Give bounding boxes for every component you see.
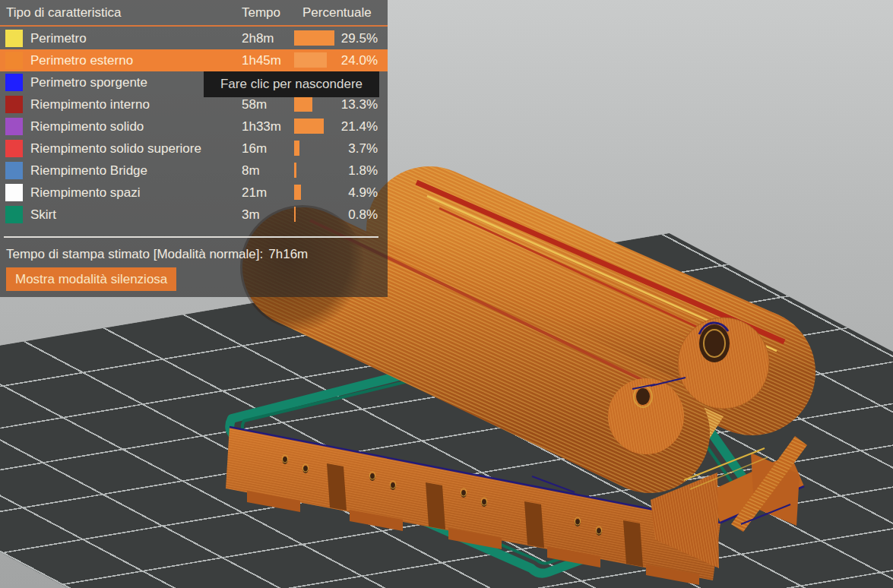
legend-row[interactable]: Riempimento solido superiore16m3.7% <box>0 138 388 160</box>
feature-color-swatch <box>5 162 23 179</box>
feature-time-legend-panel: Tipo di caratteristica Tempo Percentuale… <box>0 0 388 297</box>
feature-color-swatch <box>5 118 23 135</box>
slicer-preview-viewport[interactable]: Tipo di caratteristica Tempo Percentuale… <box>0 0 893 588</box>
percent-bar <box>294 163 296 178</box>
feature-time: 8m <box>242 160 260 182</box>
feature-color-swatch <box>5 206 23 223</box>
column-time: Tempo <box>242 0 280 25</box>
percent-bar <box>294 119 324 134</box>
estimated-print-time-label: Tempo di stampa stimato [Modalità normal… <box>6 247 263 261</box>
feature-time: 3m <box>242 204 260 226</box>
feature-label: Riempimento solido <box>30 115 144 138</box>
feature-percent: 4.9% <box>348 182 378 204</box>
legend-row[interactable]: Perimetro2h8m29.5% <box>0 27 388 49</box>
feature-percent: 21.4% <box>341 115 378 138</box>
rear-bearing-plate <box>678 318 769 409</box>
legend-row[interactable]: Perimetro esterno1h45m24.0% <box>0 49 388 71</box>
legend-row[interactable]: Riempimento Bridge8m1.8% <box>0 160 388 182</box>
feature-label: Perimetro sporgente <box>30 71 147 93</box>
legend-row[interactable]: Riempimento solido1h33m21.4% <box>0 115 388 138</box>
feature-label: Riempimento interno <box>30 93 150 115</box>
legend-row[interactable]: Skirt3m0.8% <box>0 204 388 226</box>
percent-bar <box>294 52 327 68</box>
feature-percent: 29.5% <box>341 27 378 49</box>
column-feature-type: Tipo di caratteristica <box>6 0 121 25</box>
feature-percent: 24.0% <box>341 49 378 71</box>
front-bearing-plate <box>608 378 684 454</box>
feature-color-swatch <box>5 96 23 113</box>
column-percent: Percentuale <box>302 0 372 25</box>
click-to-hide-tooltip: Fare clic per nascondere <box>204 71 379 97</box>
estimated-print-time: Tempo di stampa stimato [Modalità normal… <box>6 245 308 264</box>
feature-percent: 0.8% <box>348 204 378 226</box>
percent-bar <box>294 96 312 112</box>
percent-bar <box>294 30 334 46</box>
feature-color-swatch <box>5 74 23 91</box>
feature-label: Riempimento solido superiore <box>30 138 201 160</box>
feature-time: 1h33m <box>242 115 281 138</box>
feature-label: Riempimento Bridge <box>30 160 147 182</box>
feature-label: Perimetro <box>30 27 87 49</box>
feature-percent: 3.7% <box>348 138 378 160</box>
feature-label: Perimetro esterno <box>30 49 133 71</box>
feature-percent: 1.8% <box>348 160 378 182</box>
estimated-print-time-value: 7h16m <box>268 247 308 261</box>
percent-bar <box>294 185 301 200</box>
feature-color-swatch <box>5 140 23 157</box>
percent-bar <box>294 207 296 222</box>
feature-color-swatch <box>5 52 23 69</box>
feature-time: 16m <box>242 138 267 160</box>
feature-color-swatch <box>5 184 23 201</box>
legend-header: Tipo di caratteristica Tempo Percentuale <box>0 0 388 27</box>
percent-bar <box>294 141 299 156</box>
feature-label: Skirt <box>30 204 56 226</box>
legend-rows: Perimetro2h8m29.5%Perimetro esterno1h45m… <box>0 27 388 226</box>
feature-time: 1h45m <box>242 49 281 71</box>
show-quiet-mode-button[interactable]: Mostra modalità silenziosa <box>6 267 176 291</box>
feature-color-swatch <box>5 30 23 47</box>
feature-time: 2h8m <box>242 27 274 49</box>
legend-row[interactable]: Riempimento spazi21m4.9% <box>0 182 388 204</box>
legend-separator <box>4 236 378 238</box>
feature-time: 21m <box>242 182 267 204</box>
feature-label: Riempimento spazi <box>30 182 141 204</box>
